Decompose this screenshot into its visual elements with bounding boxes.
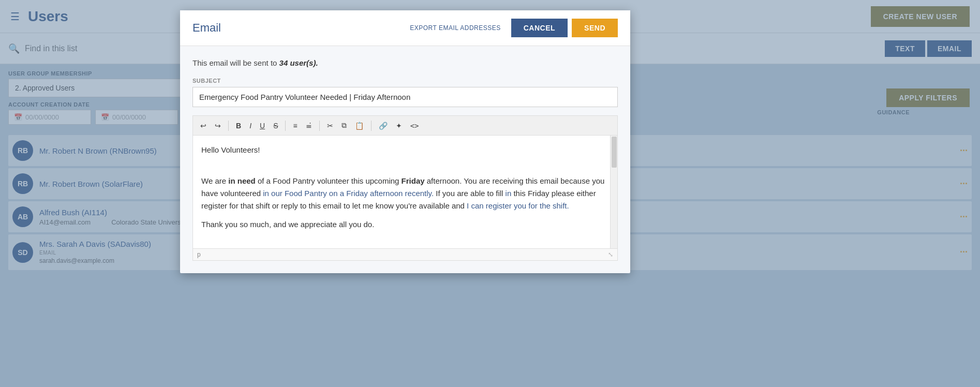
code-button[interactable]: <>	[407, 120, 422, 132]
redo-button[interactable]: ↪	[212, 120, 224, 132]
underline-button[interactable]: U	[257, 120, 268, 132]
email-body-content: We are in need of a Food Pantry voluntee…	[201, 175, 609, 212]
cut-button[interactable]: ✂	[324, 120, 336, 132]
toolbar-divider-3	[319, 121, 320, 131]
undo-button[interactable]: ↩	[197, 120, 210, 132]
subject-input[interactable]	[192, 87, 618, 107]
email-body-greeting: Hello Volunteers!	[201, 144, 609, 156]
ordered-list-button[interactable]: ≡̇	[303, 120, 315, 132]
toolbar-divider-2	[285, 121, 286, 131]
strikethrough-button[interactable]: S	[270, 120, 281, 132]
magic-button[interactable]: ✦	[393, 120, 405, 132]
footer-tag: p	[197, 251, 201, 258]
editor-footer: p ⤡	[192, 249, 618, 261]
editor-scrollbar[interactable]	[610, 136, 617, 248]
resize-handle[interactable]: ⤡	[608, 251, 613, 258]
bold-button[interactable]: B	[233, 120, 244, 132]
email-body-editor[interactable]: Hello Volunteers! We are in need of a Fo…	[192, 135, 618, 249]
editor-toolbar: ↩ ↪ B I U S ≡ ≡̇ ✂ ⧉ 📋 🔗 ✦ <>	[192, 115, 618, 135]
email-body-thanks: Thank you so much, and we appreciate all…	[201, 218, 609, 231]
copy-button[interactable]: ⧉	[338, 119, 350, 132]
send-button[interactable]: SEND	[572, 19, 618, 37]
scrollbar-thumb	[612, 137, 617, 168]
link-button[interactable]: 🔗	[376, 120, 391, 132]
cancel-button[interactable]: CANCEL	[511, 19, 568, 37]
recipients-text: This email will be sent to 34 user(s).	[192, 58, 618, 67]
email-modal: Email EXPORT EMAIL ADDRESSES CANCEL SEND…	[180, 10, 630, 273]
modal-title: Email	[192, 21, 410, 35]
unordered-list-button[interactable]: ≡	[290, 120, 300, 132]
toolbar-divider-4	[371, 121, 372, 131]
subject-label: SUBJECT	[192, 78, 618, 84]
italic-button[interactable]: I	[246, 120, 255, 132]
toolbar-divider	[228, 121, 229, 131]
paste-button[interactable]: 📋	[352, 120, 367, 132]
export-email-link[interactable]: EXPORT EMAIL ADDRESSES	[410, 24, 501, 32]
